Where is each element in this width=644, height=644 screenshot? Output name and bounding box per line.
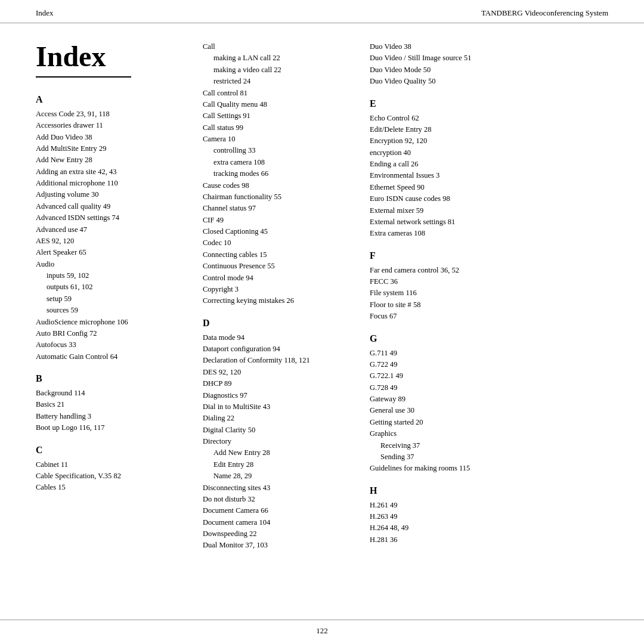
entry: G.728 49 (370, 382, 608, 394)
entry: Edit Entry 28 (203, 459, 358, 470)
section-h: H.261 49H.263 49H.264 48, 49H.281 36 (370, 500, 608, 546)
section-f-header: F (370, 250, 608, 261)
entry: CIF 49 (203, 215, 358, 226)
entry: FECC 36 (370, 276, 608, 287)
section-h-header: H (370, 485, 608, 496)
entry: Battery handling 3 (36, 411, 191, 422)
entry: File system 116 (370, 287, 608, 299)
entry: sources 59 (36, 305, 191, 316)
entry: Add New Entry 28 (36, 154, 191, 166)
entry: External network settings 81 (370, 216, 608, 228)
col-right: Duo Video 38Duo Video / Still Image sour… (370, 41, 608, 596)
section-d: Data mode 94Dataport configuration 94Dec… (203, 332, 358, 552)
entry: H.281 36 (370, 534, 608, 546)
entry: Add Duo Video 38 (36, 132, 191, 143)
entry: Channel status 97 (203, 203, 358, 214)
col-mid: Callmaking a LAN call 22making a video c… (203, 41, 370, 596)
entry: Cause codes 98 (203, 180, 358, 191)
entry: Euro ISDN cause codes 98 (370, 193, 608, 205)
entry: Floor to site # 58 (370, 299, 608, 311)
section-g: G.711 49G.722 49G.722.1 49G.728 49Gatewa… (370, 348, 608, 475)
entry: Continuous Presence 55 (203, 261, 358, 272)
entry: Duo Video 38 (370, 41, 608, 52)
entry: Auto BRI Config 72 (36, 328, 191, 339)
entry: H.261 49 (370, 500, 608, 511)
entry: setup 59 (36, 293, 191, 305)
entry: General use 30 (370, 405, 608, 416)
entry: Add MultiSite Entry 29 (36, 143, 191, 154)
entry: H.264 48, 49 (370, 522, 608, 534)
entry: Camera 10 (203, 134, 358, 145)
section-f: Far end camera control 36, 52FECC 36File… (370, 265, 608, 323)
entry: Correcting keying mistakes 26 (203, 295, 358, 306)
section-b: Background 114Basics 21Battery handling … (36, 388, 191, 434)
entry: Call (203, 41, 358, 52)
entry: extra camera 108 (203, 157, 358, 168)
entry: Far end camera control 36, 52 (370, 265, 608, 276)
entry: Cabinet 11 (36, 459, 191, 470)
section-c: Cabinet 11Cable Specification, V.35 82Ca… (36, 459, 191, 494)
section-call: Callmaking a LAN call 22making a video c… (203, 41, 358, 307)
entry: Autofocus 33 (36, 339, 191, 351)
entry: Advanced call quality 49 (36, 201, 191, 212)
entry: Digital Clarity 50 (203, 425, 358, 436)
col-left: Index A Access Code 23, 91, 118Accessori… (36, 41, 203, 596)
page-number: 122 (316, 626, 328, 635)
entry: Extra cameras 108 (370, 228, 608, 239)
entry: Document Camera 66 (203, 505, 358, 516)
entry: Downspeeding 22 (203, 528, 358, 540)
entry: Declaration of Conformity 118, 121 (203, 355, 358, 366)
entry: AES 92, 120 (36, 236, 191, 247)
entry: Duo Video Mode 50 (370, 64, 608, 76)
entry: Name 28, 29 (203, 470, 358, 482)
header-left: Index (36, 8, 54, 18)
section-a-header: A (36, 94, 191, 105)
entry: Chairman functionality 55 (203, 191, 358, 203)
entry: Duo Video / Still Image source 51 (370, 52, 608, 64)
entry: encryption 40 (370, 147, 608, 159)
entry: Echo Control 62 (370, 113, 608, 124)
entry: H.263 49 (370, 511, 608, 522)
entry: External mixer 59 (370, 205, 608, 216)
entry: controlling 33 (203, 145, 358, 156)
entry: Directory (203, 436, 358, 447)
section-g-header: G (370, 333, 608, 344)
entry: tracking modes 66 (203, 168, 358, 179)
entry: Gateway 89 (370, 394, 608, 405)
entry: Data mode 94 (203, 332, 358, 343)
entry: Focus 67 (370, 311, 608, 322)
entry: Ethernet Speed 90 (370, 182, 608, 193)
entry: Diagnostics 97 (203, 390, 358, 401)
entry: AudioScience microphone 106 (36, 317, 191, 328)
entry: Additional microphone 110 (36, 178, 191, 189)
entry: Connecting cables 15 (203, 249, 358, 261)
entry: Receiving 37 (370, 440, 608, 451)
entry: Getting started 20 (370, 417, 608, 428)
entry: Edit/Delete Entry 28 (370, 124, 608, 135)
title-underline (36, 76, 131, 78)
entry: G.722 49 (370, 359, 608, 370)
entry: Environmental Issues 3 (370, 170, 608, 181)
entry: Alert Speaker 65 (36, 247, 191, 258)
entry: Control mode 94 (203, 273, 358, 284)
entry: Adjusting volume 30 (36, 189, 191, 200)
entry: Automatic Gain Control 64 (36, 351, 191, 363)
section-d-header: D (203, 318, 358, 329)
main-content: Index A Access Code 23, 91, 118Accessori… (0, 23, 644, 620)
entry: Dataport configuration 94 (203, 343, 358, 355)
page: Index TANDBERG Videoconferencing System … (0, 0, 644, 644)
header-right: TANDBERG Videoconferencing System (481, 8, 608, 18)
entry: Sending 37 (370, 451, 608, 463)
page-footer: 122 (0, 620, 644, 644)
entry: making a video call 22 (203, 64, 358, 76)
entry: inputs 59, 102 (36, 270, 191, 281)
entry: Audio (36, 259, 191, 270)
entry: Dial in to MultiSite 43 (203, 401, 358, 413)
entry: Advanced ISDN settings 74 (36, 212, 191, 224)
entry: Copyright 3 (203, 284, 358, 295)
section-e-header: E (370, 98, 608, 109)
entry: Accessories drawer 11 (36, 120, 191, 131)
page-header: Index TANDBERG Videoconferencing System (0, 0, 644, 23)
entry: Advanced use 47 (36, 224, 191, 236)
entry: restricted 24 (203, 76, 358, 87)
